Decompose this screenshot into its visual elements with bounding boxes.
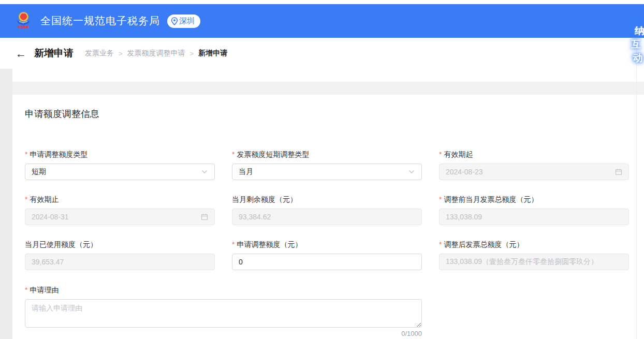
field-label: *发票额度短期调整类型 [232, 150, 422, 159]
section-divider-band [12, 82, 644, 95]
field-label: *有效期止 [25, 195, 215, 204]
quota-adjust-form-card: 申请额度调整信息 *申请调整额度类型 短期 *发票额度短期调整类型 当月 [12, 95, 644, 339]
widget-char: 动 [633, 51, 643, 65]
field-reason: *申请理由 0/1000 [25, 285, 422, 337]
logo-caption: 中国税务 [18, 26, 29, 28]
label-text: 申请理由 [30, 286, 58, 294]
adjust-quota-type-select[interactable]: 短期 [25, 164, 215, 180]
label-text: 发票额度短期调整类型 [237, 150, 309, 158]
shield-icon [17, 20, 30, 25]
section-title: 申请额度调整信息 [25, 107, 629, 121]
required-marker: * [25, 150, 27, 158]
valid-to-date-field: 2024-08-31 [25, 209, 215, 225]
widget-char: 纳 [635, 24, 644, 38]
required-marker: * [232, 150, 235, 158]
location-label: 深圳 [179, 16, 195, 26]
short-term-adjust-type-select[interactable]: 当月 [232, 164, 422, 180]
field-label: *申请调整额度（元） [232, 240, 422, 249]
breadcrumb-separator-icon: > [119, 50, 123, 57]
field-label: *有效期起 [439, 150, 629, 159]
label-text: 申请调整额度（元） [237, 240, 302, 248]
page-head: ← 新增申请 发票业务 > 发票额度调整申请 > 新增申请 [0, 38, 644, 69]
interaction-widget[interactable]: 纳 互 动 [630, 24, 644, 65]
required-marker: * [439, 150, 442, 158]
app-header: 中国税务 全国统一规范电子税务局 深圳 [0, 4, 644, 38]
pre-adjust-total-field: 133,038.09 [439, 209, 629, 225]
field-post-adjust-total: *调整后发票总额度（元） 133,038.09（壹拾叁万叁仟零叁拾捌圆零玖分） [439, 240, 629, 270]
field-value: 133,038.09（壹拾叁万叁仟零叁拾捌圆零玖分） [446, 257, 598, 267]
field-label: *申请调整额度类型 [25, 150, 215, 159]
reason-textarea[interactable] [25, 299, 422, 328]
app-brand-title: 全国统一规范电子税务局 [40, 14, 160, 28]
field-value: 133,038.09 [446, 213, 482, 221]
breadcrumb-separator-icon: > [190, 50, 194, 57]
label-text: 当月剩余额度（元） [232, 195, 297, 203]
field-valid-to: *有效期止 2024-08-31 [25, 195, 215, 225]
date-value: 2024-08-31 [32, 213, 69, 221]
adjust-amount-input[interactable] [232, 254, 422, 270]
label-text: 有效期起 [444, 150, 473, 158]
breadcrumb-item-quota-adjust[interactable]: 发票额度调整申请 [127, 49, 185, 58]
valid-from-date-field: 2024-08-23 [439, 164, 629, 180]
char-counter: 0/1000 [25, 330, 422, 337]
select-value: 短期 [32, 167, 46, 176]
field-label: *申请理由 [25, 285, 422, 294]
required-marker: * [439, 240, 442, 248]
etax-new-application-page: { "app": { "brand": "全国统一规范电子税务局", "loca… [0, 0, 644, 339]
field-short-term-adjust-type: *发票额度短期调整类型 当月 [232, 150, 422, 180]
post-adjust-total-field: 133,038.09（壹拾叁万叁仟零叁拾捌圆零玖分） [439, 254, 629, 270]
calendar-icon [615, 168, 622, 175]
field-valid-from: *有效期起 2024-08-23 [439, 150, 629, 180]
breadcrumb: 发票业务 > 发票额度调整申请 > 新增申请 [85, 49, 227, 58]
label-text: 当月已使用额度（元） [25, 240, 97, 248]
required-marker: * [439, 195, 442, 203]
field-label: 当月剩余额度（元） [232, 195, 422, 204]
page-title: 新增申请 [34, 47, 74, 60]
location-badge[interactable]: 深圳 [167, 14, 200, 28]
label-text: 申请调整额度类型 [30, 150, 87, 158]
field-label: 当月已使用额度（元） [25, 240, 215, 249]
page-left-gutter [0, 69, 12, 339]
field-value: 39,653.47 [32, 258, 64, 266]
date-value: 2024-08-23 [446, 168, 483, 176]
breadcrumb-item-current: 新增申请 [198, 49, 227, 58]
label-text: 调整后发票总额度（元） [444, 240, 523, 248]
used-quota-field: 39,653.47 [25, 254, 215, 270]
label-text: 有效期止 [30, 195, 58, 203]
field-label: *调整前当月发票总额度（元） [439, 195, 629, 204]
chevron-down-icon [408, 168, 415, 175]
field-value: 93,384.62 [239, 213, 271, 221]
required-marker: * [25, 195, 27, 203]
scrollbar-track[interactable] [636, 38, 637, 339]
remaining-quota-field: 93,384.62 [232, 209, 422, 225]
label-text: 调整前当月发票总额度（元） [444, 195, 538, 203]
form-grid: *申请调整额度类型 短期 *发票额度短期调整类型 当月 [25, 150, 629, 270]
field-used-quota: 当月已使用额度（元） 39,653.47 [25, 240, 215, 270]
breadcrumb-item-invoice-business[interactable]: 发票业务 [85, 49, 114, 58]
location-pin-icon [171, 17, 178, 25]
back-button[interactable]: ← [16, 48, 26, 59]
calendar-icon [201, 213, 208, 220]
field-label: *调整后发票总额度（元） [439, 240, 629, 249]
required-marker: * [25, 286, 27, 294]
tax-bureau-logo: 中国税务 [12, 12, 34, 30]
required-marker: * [232, 240, 235, 248]
field-adjust-amount: *申请调整额度（元） [232, 240, 422, 270]
chevron-down-icon [201, 168, 208, 175]
field-remaining-quota: 当月剩余额度（元） 93,384.62 [232, 195, 422, 225]
field-adjust-quota-type: *申请调整额度类型 短期 [25, 150, 215, 180]
field-pre-adjust-total: *调整前当月发票总额度（元） 133,038.09 [439, 195, 629, 225]
select-value: 当月 [239, 167, 253, 176]
widget-char: 互 [631, 38, 641, 51]
